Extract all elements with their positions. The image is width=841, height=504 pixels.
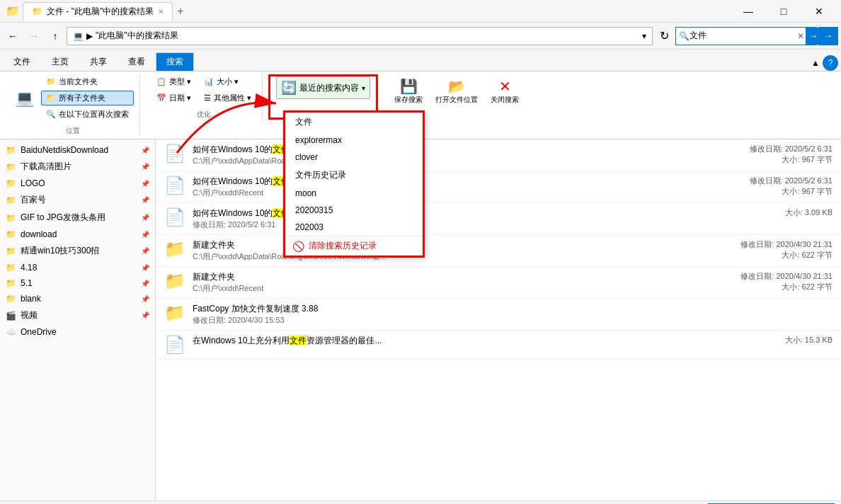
sidebar-item-7[interactable]: 📁 4.18 📌 — [0, 260, 155, 275]
save-search-btn[interactable]: 💾 保存搜索 — [389, 74, 428, 108]
search-box[interactable]: 🔍 ✕ → — [675, 27, 817, 45]
file-info-3: 新建文件夹 C:\用户\xxdd\AppData\Roaming\Microso… — [193, 239, 712, 262]
sidebar-item-5[interactable]: 📁 download 📌 — [0, 227, 155, 242]
minimize-button[interactable]: — — [732, 0, 765, 23]
file-name-4: 新建文件夹 — [193, 271, 712, 283]
open-location-icon: 📂 — [448, 78, 466, 95]
sidebar-item-8[interactable]: 📁 5.1 📌 — [0, 275, 155, 291]
open-location-btn[interactable]: 📂 打开文件位置 — [430, 74, 483, 108]
sidebar-item-4[interactable]: 📁 GIF to JPG发微头条用 📌 — [0, 209, 155, 227]
search-clear-button[interactable]: ✕ — [797, 31, 804, 41]
dropdown-item-1[interactable]: explorermax — [285, 132, 423, 149]
dropdown-item-5[interactable]: 20200315 — [285, 202, 423, 219]
close-button[interactable]: ✕ — [803, 0, 835, 23]
file-size-3: 大小: 622 字节 — [719, 250, 833, 260]
dropdown-item-4[interactable]: moon — [285, 185, 423, 202]
search-execute-button[interactable]: → — [818, 27, 838, 45]
tab-share[interactable]: 共享 — [79, 52, 118, 71]
sidebar-label-9: blank — [21, 294, 41, 304]
other-icon: ☰ — [204, 93, 211, 103]
sidebar-item-0[interactable]: 📁 BaiduNetdiskDownload 📌 — [0, 142, 155, 158]
status-bar: 209 个项目 Windows 系统之家 www.bjjmlv.com — [0, 500, 841, 504]
sidebar-item-10[interactable]: 🎬 视频 📌 — [0, 307, 155, 324]
forward-button[interactable]: → — [24, 26, 44, 46]
file-size-2: 大小: 3.09 KB — [719, 207, 833, 218]
type-filter-btn[interactable]: 📋 类型 ▾ — [151, 74, 196, 89]
clear-history-btn[interactable]: 🚫 清除搜索历史记录 — [285, 236, 423, 256]
file-meta-0: 修改日期: 2020/5/2 6:31 大小: 967 字节 — [719, 144, 833, 165]
ribbon-tabs: 文件 主页 共享 查看 搜索 ▲ ? — [0, 50, 841, 71]
file-path-3: C:\用户\xxdd\AppData\Roaming\Microsoft\Win… — [193, 251, 712, 262]
file-row-0[interactable]: 📄 如何在Windows 10的文件资源管理器中清除搜索... C:\用户\xx… — [156, 139, 841, 171]
sidebar-folder-icon-5: 📁 — [6, 229, 16, 239]
other-attr-btn[interactable]: ☰ 其他属性 ▾ — [199, 91, 256, 105]
help-button[interactable]: ? — [823, 55, 838, 71]
file-row-6[interactable]: 📄 在Windows 10上充分利用文件资源管理器的最佳... 大小: 15.3… — [156, 331, 841, 360]
file-row-1[interactable]: 📄 如何在Windows 10的文件资源管理器中清除搜索... C:\用户\xx… — [156, 171, 841, 203]
dropdown-item-0[interactable]: 文件 — [285, 113, 423, 132]
close-search-btn[interactable]: ✕ 关闭搜索 — [486, 74, 524, 108]
search-input[interactable] — [690, 31, 796, 41]
tab-close-btn[interactable]: ✕ — [158, 8, 164, 16]
current-folder-btn[interactable]: 📁 当前文件夹 — [41, 74, 134, 89]
clear-icon: 🚫 — [292, 241, 304, 252]
ribbon-collapse-button[interactable]: ▲ — [811, 58, 820, 68]
sidebar-label-0: BaiduNetdiskDownload — [21, 145, 108, 155]
file-info-2: 如何在Windows 10的文件资源管理器中清除搜索... 修改日期: 2020… — [193, 207, 712, 230]
content-area: 📄 如何在Windows 10的文件资源管理器中清除搜索... C:\用户\xx… — [156, 139, 841, 500]
sidebar-item-6[interactable]: 📁 精通win10技巧300招 📌 — [0, 242, 155, 260]
address-dropdown-icon[interactable]: ▾ — [642, 31, 646, 41]
file-row-4[interactable]: 📁 新建文件夹 C:\用户\xxdd\Recent 修改日期: 2020/4/3… — [156, 267, 841, 299]
sidebar-pin-8: 📌 — [141, 280, 149, 287]
file-meta-4: 修改日期: 2020/4/30 21:31 大小: 622 字节 — [719, 271, 833, 292]
sidebar-folder-icon-3: 📁 — [6, 195, 16, 205]
date-icon: 📅 — [156, 93, 166, 103]
file-row-5[interactable]: 📁 FastCopy 加快文件复制速度 3.88 修改日期: 2020/4/30… — [156, 299, 841, 331]
sidebar-folder-icon-1: 📁 — [6, 162, 16, 172]
file-info-4: 新建文件夹 C:\用户\xxdd\Recent — [193, 271, 712, 294]
dropdown-item-2[interactable]: clover — [285, 149, 423, 166]
tab-view[interactable]: 查看 — [118, 52, 156, 71]
file-row-3[interactable]: 📁 新建文件夹 C:\用户\xxdd\AppData\Roaming\Micro… — [156, 235, 841, 267]
address-bar[interactable]: 💻 ▶ "此电脑"中的搜索结果 ▾ — [67, 27, 653, 45]
file-size-0: 大小: 967 字节 — [719, 154, 833, 165]
dropdown-item-6[interactable]: 202003 — [285, 219, 423, 236]
file-meta-1: 修改日期: 2020/5/2 6:31 大小: 967 字节 — [719, 176, 833, 197]
window-tab[interactable]: 📁 文件 - "此电脑"中的搜索结果 ✕ — [23, 2, 173, 21]
sidebar-item-3[interactable]: 📁 百家号 📌 — [0, 191, 155, 209]
search-again-btn[interactable]: 🔍 在以下位置再次搜索 — [41, 107, 134, 122]
nav-bar: ← → ↑ 💻 ▶ "此电脑"中的搜索结果 ▾ ↻ 🔍 ✕ → → — [0, 23, 841, 50]
refine-group-label: 优化 — [197, 107, 211, 120]
refresh-button[interactable]: ↻ — [654, 26, 674, 46]
file-date-3: 修改日期: 2020/4/30 21:31 — [719, 239, 833, 250]
sidebar-folder-icon-8: 📁 — [6, 278, 16, 288]
file-meta-2: 大小: 3.09 KB — [719, 207, 833, 218]
close-search-icon: ✕ — [499, 78, 511, 95]
tab-home[interactable]: 主页 — [41, 52, 79, 71]
maximize-button[interactable]: □ — [767, 0, 800, 23]
tab-file[interactable]: 文件 — [3, 52, 41, 71]
file-info-6: 在Windows 10上充分利用文件资源管理器的最佳... — [193, 335, 712, 347]
sidebar-label-2: LOGO — [21, 178, 45, 188]
file-row-2[interactable]: 📄 如何在Windows 10的文件资源管理器中清除搜索... 修改日期: 20… — [156, 203, 841, 235]
sidebar-item-2[interactable]: 📁 LOGO 📌 — [0, 176, 155, 191]
file-name-5: FastCopy 加快文件复制速度 3.88 — [193, 303, 712, 315]
dropdown-item-3[interactable]: 文件历史记录 — [285, 166, 423, 185]
file-size-6: 大小: 15.3 KB — [719, 335, 833, 345]
sidebar-item-9[interactable]: 📁 blank 📌 — [0, 291, 155, 307]
search-again-label: 在以下位置再次搜索 — [59, 109, 129, 120]
file-icon-1: 📄 — [164, 176, 185, 195]
sidebar-item-1[interactable]: 📁 下载高清图片 📌 — [0, 158, 155, 176]
size-filter-btn[interactable]: 📊 大小 ▾ — [199, 74, 244, 89]
tab-search[interactable]: 搜索 — [156, 52, 194, 71]
sidebar-item-onedrive[interactable]: ☁️ OneDrive — [0, 324, 155, 340]
date-filter-btn[interactable]: 📅 日期 ▾ — [151, 91, 196, 105]
location-group-label: 位置 — [66, 123, 80, 136]
file-icon-2: 📄 — [164, 207, 185, 227]
recent-search-btn[interactable]: 🔄 最近的搜索内容 ▾ — [276, 76, 370, 99]
all-subfolders-btn[interactable]: 📁 所有子文件夹 — [41, 91, 134, 105]
new-tab-button[interactable]: + — [173, 5, 188, 18]
up-button[interactable]: ↑ — [45, 26, 65, 46]
back-button[interactable]: ← — [3, 26, 23, 46]
sidebar-folder-icon-4: 📁 — [6, 213, 16, 223]
